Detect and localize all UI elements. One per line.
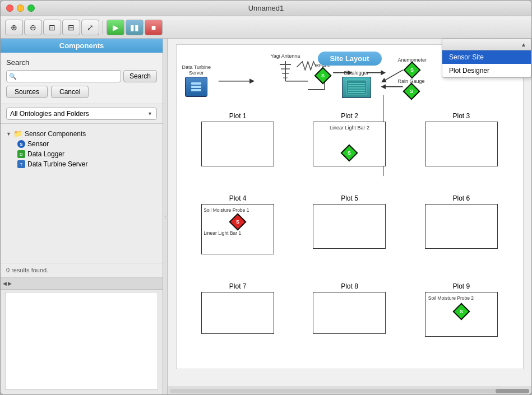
tab-right-arrow-icon[interactable]: ▶ — [8, 281, 12, 286]
zoom-select-button[interactable]: ⊡ — [43, 20, 61, 35]
plot-2-box[interactable]: Linear Light Bar 2 S — [313, 122, 386, 166]
search-input-wrapper[interactable]: 🔍 — [6, 70, 121, 82]
tab-left-arrow-icon[interactable]: ◀ — [3, 281, 7, 286]
preview-canvas — [5, 292, 158, 390]
plot-4: Plot 4 Soil Moisture Probe 1 S Linear Li… — [185, 194, 291, 254]
main-content: Components Search 🔍 Search Sources Cance… — [1, 39, 531, 394]
minimize-button[interactable] — [17, 4, 24, 12]
plot-5: Plot 5 — [297, 194, 403, 254]
search-input[interactable] — [18, 72, 118, 80]
search-label: Search — [6, 58, 157, 67]
svg-rect-10 — [191, 86, 201, 88]
site-layout[interactable]: Site Layout — [168, 39, 531, 387]
zoom-in-icon: ⊕ — [11, 23, 17, 32]
plot-2-label: Plot 2 — [341, 112, 358, 120]
scrollbar-track — [170, 389, 529, 393]
plot-3-box[interactable] — [425, 122, 498, 166]
tree-item-dataturbine-label: Data Turbine Server — [27, 160, 87, 168]
zoom-out-button[interactable]: ⊖ — [24, 20, 42, 35]
pause-button[interactable]: ▮▮ — [126, 20, 144, 35]
plot-4-probe-label: Soil Moisture Probe 1 — [203, 207, 272, 213]
plots-grid: Plot 1 Plot 2 Linear Light Bar 2 S — [185, 112, 515, 337]
plot-4-label: Plot 4 — [229, 194, 247, 202]
svg-rect-9 — [191, 82, 201, 85]
maximize-button[interactable] — [27, 4, 35, 12]
components-header: Components — [1, 39, 163, 53]
plot-1-box[interactable] — [201, 122, 274, 166]
plot-5-box[interactable] — [313, 204, 386, 249]
scrollbar-thumb[interactable] — [496, 389, 529, 393]
results-label: 0 results found. — [1, 263, 163, 277]
plot-9-components: Soil Moisture Probe 2 S — [428, 295, 494, 318]
panel-resizer[interactable]: ⋮ — [163, 39, 168, 394]
plot-2: Plot 2 Linear Light Bar 2 S — [297, 112, 403, 166]
play-icon: ▶ — [113, 23, 119, 32]
dropdown-item-plot-designer[interactable]: Plot Designer — [442, 64, 531, 77]
search-row: 🔍 Search — [6, 70, 157, 82]
bottom-panel: ◀ ▶ — [1, 277, 163, 394]
plot-4-box[interactable]: Soil Moisture Probe 1 S Linear Light Bar… — [201, 204, 274, 254]
zoom-reset-button[interactable]: ⊟ — [62, 20, 80, 35]
topo-dataturbine-server: Data TurbineServer — [182, 64, 211, 97]
zoom-in-button[interactable]: ⊕ — [5, 20, 23, 35]
plot-4-lightbar-label: Linear Light Bar 1 — [203, 230, 272, 236]
window-controls — [6, 4, 35, 12]
search-button[interactable]: Search — [123, 70, 157, 82]
plot-7-box[interactable] — [201, 292, 274, 334]
plot-8-box[interactable] — [313, 292, 386, 334]
tree-children: S Sensor D Data Logger T Data Turbine Se… — [4, 139, 159, 169]
dropdown-item-sensor-site[interactable]: Sensor Site — [442, 50, 531, 64]
close-button[interactable] — [6, 4, 13, 12]
main-window: Unnamed1 ⊕ ⊖ ⊡ ⊟ ⤢ ▶ ▮▮ ■ Comp — [0, 0, 532, 395]
topo-datalogger: Datalogger — [342, 70, 371, 98]
cancel-button[interactable]: Cancel — [51, 86, 89, 98]
zoom-select-icon: ⊡ — [49, 23, 55, 32]
dropdown-expand-icon: ▲ — [521, 41, 526, 48]
zoom-out-icon: ⊖ — [30, 23, 36, 32]
dataturbine-icon: T — [17, 160, 25, 168]
tree-item-dataturbine[interactable]: T Data Turbine Server — [15, 159, 159, 169]
search-magnifier-icon: 🔍 — [9, 73, 17, 80]
svg-rect-11 — [191, 89, 201, 91]
stop-button[interactable]: ■ — [145, 20, 163, 35]
plot-1-label: Plot 1 — [229, 112, 247, 120]
tree-root-item[interactable]: ▼ 📁 Sensor Components — [4, 128, 159, 139]
plot-9-box[interactable]: Soil Moisture Probe 2 S — [425, 292, 498, 337]
tree-item-datalogger[interactable]: D Data Logger — [15, 149, 159, 159]
plot-3: Plot 3 — [408, 112, 514, 166]
window-title: Unnamed1 — [248, 4, 284, 12]
toolbar: ⊕ ⊖ ⊡ ⊟ ⤢ ▶ ▮▮ ■ — [1, 16, 531, 39]
stop-icon: ■ — [151, 23, 156, 32]
ontology-select-wrapper[interactable]: All Ontologies and Folders — [6, 108, 157, 120]
play-button[interactable]: ▶ — [107, 20, 124, 35]
title-bar: Unnamed1 — [1, 1, 531, 16]
left-panel: Components Search 🔍 Search Sources Cance… — [1, 39, 163, 394]
topo-rf400-sensor: RF400 S — [316, 63, 331, 82]
dropdown-toggle-button[interactable]: ▲ — [442, 39, 531, 50]
folder-icon: 📁 — [13, 129, 22, 138]
site-layout-title: Site Layout — [317, 52, 381, 66]
right-area: ▲ Sensor Site Plot Designer Site Layout — [168, 39, 531, 394]
sources-button[interactable]: Sources — [6, 86, 48, 98]
horizontal-scrollbar[interactable] — [168, 387, 531, 394]
plot-6-box[interactable] — [425, 204, 498, 249]
tree-toggle-icon: ▼ — [6, 131, 11, 137]
plot-9: Plot 9 Soil Moisture Probe 2 S — [408, 282, 514, 337]
plot-8-label: Plot 8 — [341, 282, 358, 290]
plot-7-label: Plot 7 — [229, 282, 247, 290]
plot-4-components: Soil Moisture Probe 1 S Linear Light Bar… — [203, 207, 272, 236]
topo-rain-gauge-sensor: Rain Gauge S — [398, 78, 425, 97]
ontology-select[interactable]: All Ontologies and Folders — [6, 108, 157, 120]
bottom-panel-tab-row: ◀ ▶ — [1, 277, 163, 290]
zoom-fit-button[interactable]: ⤢ — [81, 20, 99, 35]
plot-5-label: Plot 5 — [341, 194, 358, 202]
tree-section: ▼ 📁 Sensor Components S Sensor D Data Lo… — [1, 124, 163, 263]
resizer-icon: ⋮ — [163, 213, 168, 220]
plot-2-sensor-icon: S — [341, 144, 358, 161]
plot-3-label: Plot 3 — [452, 112, 470, 120]
ontology-select-row: All Ontologies and Folders — [1, 104, 163, 124]
datalogger-icon: D — [17, 150, 25, 158]
plot-9-sensor-green: S — [452, 303, 470, 320]
zoom-fit-icon: ⤢ — [87, 23, 94, 32]
tree-item-sensor[interactable]: S Sensor — [15, 139, 159, 149]
